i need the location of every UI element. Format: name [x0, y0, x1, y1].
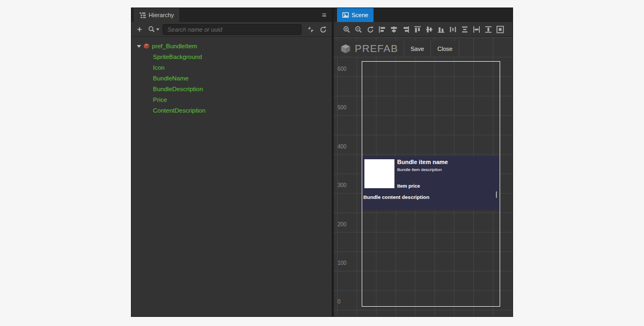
- close-button[interactable]: Close: [430, 41, 459, 57]
- distribute-horizontal-icon[interactable]: [449, 25, 457, 34]
- tree-item-root[interactable]: pref_BundleItem: [131, 41, 332, 51]
- tree-item-label: pref_BundleItem: [152, 43, 197, 49]
- expand-caret-icon[interactable]: [137, 45, 141, 48]
- tree-item[interactable]: BundleName: [131, 73, 332, 84]
- align-horizontal-center-icon[interactable]: [390, 25, 398, 34]
- search-filter-button[interactable]: [148, 26, 159, 33]
- tree-item-label: Icon: [153, 64, 165, 71]
- hierarchy-panel: Hierarchy ≡ +: [131, 8, 332, 316]
- align-right-icon[interactable]: [401, 25, 410, 34]
- tree-item[interactable]: Icon: [131, 62, 332, 73]
- prefab-cube-icon: [340, 43, 351, 54]
- prefab-bar-title-group: PREFAB: [334, 41, 404, 57]
- panel-menu-icon[interactable]: ≡: [317, 8, 332, 22]
- search-icon: [148, 26, 155, 33]
- hierarchy-tabbar: Hierarchy ≡: [131, 8, 332, 22]
- desktop-background: Hierarchy ≡ +: [0, 0, 644, 326]
- scene-panel: Scene: [334, 8, 513, 316]
- ruler-label: 600: [338, 66, 347, 72]
- ruler-label: 500: [338, 105, 347, 110]
- bundle-price-text[interactable]: Item price: [397, 183, 420, 189]
- save-button[interactable]: Save: [404, 41, 430, 57]
- bundle-name-text[interactable]: Bundle item name: [397, 159, 448, 165]
- align-top-icon[interactable]: [413, 25, 422, 34]
- prefab-mode-title: PREFAB: [355, 43, 398, 55]
- hierarchy-icon: [139, 12, 146, 19]
- collapse-all-icon[interactable]: [306, 25, 315, 34]
- zoom-out-icon[interactable]: [354, 25, 363, 34]
- bundle-description-text[interactable]: Bundle item description: [397, 167, 442, 172]
- fit-size-icon[interactable]: [496, 25, 504, 34]
- editor-window: Hierarchy ≡ +: [131, 8, 513, 316]
- align-vertical-center-icon[interactable]: [425, 25, 434, 34]
- tree-item[interactable]: ContentDescription: [131, 105, 332, 116]
- add-node-button[interactable]: +: [136, 25, 143, 34]
- scene-canvas[interactable]: PREFAB Save Close 600 500 400 300 200 10…: [334, 37, 513, 316]
- tab-hierarchy-label: Hierarchy: [149, 12, 174, 18]
- bundle-icon-sprite[interactable]: [364, 159, 394, 188]
- tree-item-label: BundleDescription: [153, 86, 203, 92]
- hierarchy-toolbar: +: [131, 22, 332, 37]
- ruler-label: 0: [338, 299, 341, 305]
- scene-icon: [342, 12, 349, 18]
- align-bottom-icon[interactable]: [437, 25, 445, 34]
- scene-tabbar: Scene: [334, 8, 513, 22]
- tab-hierarchy[interactable]: Hierarchy: [134, 8, 179, 22]
- hierarchy-toolbar-right: [306, 25, 327, 34]
- tree-item-label: SpriteBackground: [153, 54, 202, 60]
- tree-item[interactable]: Price: [131, 94, 332, 105]
- refresh-icon[interactable]: [319, 25, 327, 34]
- tab-scene-label: Scene: [352, 12, 368, 18]
- ruler-label: 400: [338, 144, 347, 150]
- scene-toolbar: [334, 22, 513, 37]
- tree-item-label: ContentDescription: [153, 107, 206, 114]
- bundle-content-description-text[interactable]: Bundle content description: [363, 194, 429, 200]
- hierarchy-tree: pref_BundleItem SpriteBackground Icon Bu…: [131, 37, 332, 316]
- prefab-edit-bar: PREFAB Save Close: [334, 41, 459, 57]
- prefab-cube-icon: [143, 43, 150, 49]
- zoom-in-icon[interactable]: [342, 25, 351, 34]
- caret-down-icon: [156, 28, 159, 31]
- align-left-icon[interactable]: [378, 25, 386, 34]
- ruler-label: 300: [338, 182, 347, 188]
- bundle-item-node[interactable]: Bundle item name Bundle item description…: [362, 156, 499, 210]
- stretch-horizontal-icon[interactable]: [472, 25, 481, 34]
- ruler-label: 200: [338, 221, 347, 227]
- tree-item-label: BundleName: [153, 75, 188, 82]
- search-input[interactable]: [163, 24, 302, 35]
- reset-view-icon[interactable]: [366, 25, 375, 34]
- stretch-vertical-icon[interactable]: [484, 25, 493, 34]
- scrollbar-thumb: [496, 191, 497, 198]
- distribute-vertical-icon[interactable]: [460, 25, 469, 34]
- tree-item[interactable]: BundleDescription: [131, 84, 332, 94]
- ruler-label: 100: [338, 260, 347, 266]
- tree-item[interactable]: SpriteBackground: [131, 51, 332, 62]
- tree-item-label: Price: [153, 97, 167, 103]
- tab-scene[interactable]: Scene: [337, 8, 374, 22]
